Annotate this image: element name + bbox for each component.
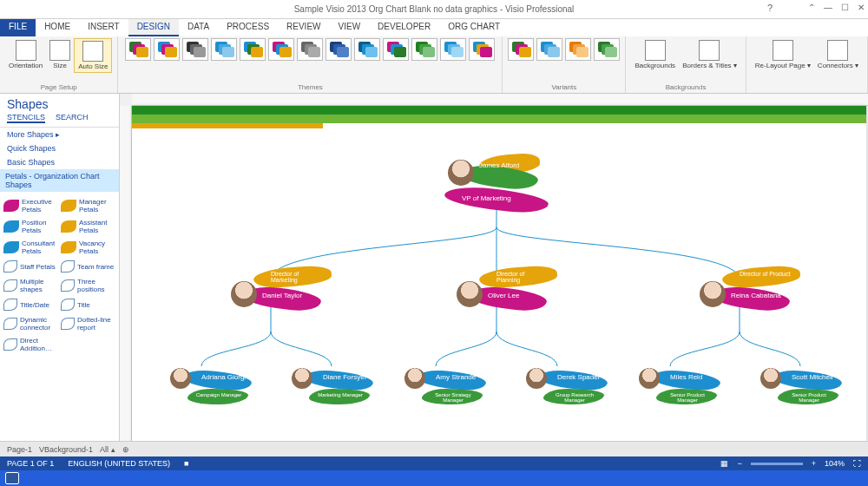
org-node-position[interactable]: Adriana Giorgi Campaign Manager bbox=[167, 366, 253, 406]
org-node-position[interactable]: Amy Strande Senior Strategy Manager bbox=[401, 366, 488, 406]
all-tab[interactable]: All ▴ bbox=[100, 445, 115, 454]
tab-design[interactable]: DESIGN bbox=[128, 19, 179, 36]
theme-swatch[interactable] bbox=[440, 38, 466, 61]
fit-window-icon[interactable]: ⛶ bbox=[853, 459, 861, 468]
stencil-item[interactable]: Manager Petals bbox=[59, 195, 116, 216]
stencil-item[interactable]: Assistant Petals bbox=[59, 216, 116, 237]
theme-swatch[interactable] bbox=[125, 38, 151, 61]
person-name: Diane Forsyth bbox=[323, 373, 366, 381]
ribbon-group-layout: Re-Layout Page ▾ Connectors ▾ bbox=[746, 36, 868, 93]
zoom-out-icon[interactable]: − bbox=[737, 459, 741, 468]
ribbon-toggle-icon[interactable]: ⌃ bbox=[808, 3, 815, 12]
maximize-icon[interactable]: ☐ bbox=[841, 3, 849, 12]
header-bands bbox=[132, 106, 866, 128]
theme-swatch[interactable] bbox=[411, 38, 437, 61]
add-page-icon[interactable]: ⊕ bbox=[122, 445, 129, 454]
tab-developer[interactable]: DEVELOPER bbox=[369, 19, 439, 36]
tab-insert[interactable]: INSERT bbox=[79, 19, 128, 36]
language-indicator[interactable]: ENGLISH (UNITED STATES) bbox=[68, 459, 170, 468]
autosize-button[interactable]: Auto Size bbox=[74, 38, 112, 73]
shapes-tab-stencils[interactable]: STENCILS bbox=[7, 113, 45, 123]
stencil-item[interactable]: Staff Petals bbox=[2, 258, 59, 275]
close-icon[interactable]: ✕ bbox=[858, 3, 865, 12]
theme-swatch[interactable] bbox=[326, 38, 352, 61]
drawing-canvas[interactable]: James Alford VP of Marketing Director of… bbox=[120, 94, 868, 456]
stencil-item[interactable]: Title bbox=[59, 296, 116, 313]
org-node-position[interactable]: Diane Forsyth Marketing Manager bbox=[288, 366, 375, 406]
quick-shapes-link[interactable]: Quick Shapes bbox=[0, 141, 119, 155]
theme-swatch[interactable] bbox=[469, 38, 495, 61]
borders-titles-button[interactable]: Borders & Titles ▾ bbox=[679, 38, 740, 71]
zoom-slider[interactable] bbox=[751, 463, 803, 465]
stencil-item[interactable]: Dotted-line report bbox=[59, 313, 116, 334]
ribbon: Orientation Size Auto Size Page Setup Th… bbox=[0, 36, 868, 94]
theme-swatch[interactable] bbox=[354, 38, 380, 61]
org-node-title[interactable]: VP of Marketing bbox=[444, 189, 549, 213]
org-node-manager[interactable]: Director of Marketing Daniel Taylor bbox=[227, 279, 323, 311]
stencil-item[interactable]: Consultant Petals bbox=[2, 237, 59, 258]
person-name: Miles Reid bbox=[670, 373, 702, 381]
tab-data[interactable]: DATA bbox=[179, 19, 218, 36]
person-title: VP of Marketing bbox=[462, 194, 511, 202]
page-tab[interactable]: Page-1 bbox=[7, 445, 32, 454]
variant-swatch[interactable] bbox=[565, 38, 591, 61]
stencil-item[interactable]: Team frame bbox=[59, 258, 116, 275]
variant-swatch[interactable] bbox=[594, 38, 620, 61]
theme-swatch[interactable] bbox=[182, 38, 208, 61]
theme-gallery[interactable] bbox=[125, 38, 495, 61]
theme-swatch[interactable] bbox=[297, 38, 323, 61]
variant-swatch[interactable] bbox=[508, 38, 534, 61]
stencil-item[interactable]: Dynamic connector bbox=[2, 313, 59, 334]
stencil-item[interactable]: Multiple shapes bbox=[2, 275, 59, 296]
basic-shapes-link[interactable]: Basic Shapes bbox=[0, 155, 119, 169]
tab-orgchart[interactable]: ORG CHART bbox=[439, 19, 509, 36]
stencil-item[interactable]: Three positions bbox=[59, 275, 116, 296]
shapes-tab-search[interactable]: SEARCH bbox=[56, 113, 89, 123]
backgrounds-button[interactable]: Backgrounds bbox=[631, 38, 679, 71]
ribbon-group-backgrounds: Backgrounds Borders & Titles ▾ Backgroun… bbox=[626, 36, 746, 93]
variant-gallery[interactable] bbox=[508, 38, 620, 61]
zoom-level[interactable]: 104% bbox=[825, 459, 845, 468]
theme-swatch[interactable] bbox=[268, 38, 294, 61]
stencil-header[interactable]: Petals - Organization Chart Shapes bbox=[0, 169, 119, 192]
tab-view[interactable]: VIEW bbox=[330, 19, 370, 36]
taskbar-app-icon[interactable] bbox=[5, 472, 19, 484]
tab-process[interactable]: PROCESS bbox=[218, 19, 278, 36]
stencil-item[interactable]: Executive Petals bbox=[2, 195, 59, 216]
org-node-position[interactable]: Derek Spader Group Research Manager bbox=[523, 366, 609, 406]
connectors-button[interactable]: Connectors ▾ bbox=[814, 38, 862, 71]
theme-swatch[interactable] bbox=[240, 38, 266, 61]
stencil-grid: Executive Petals Manager Petals Position… bbox=[0, 192, 119, 358]
stencil-item[interactable]: Vacancy Petals bbox=[59, 237, 116, 258]
document-title: Sample Visio 2013 Org Chart Blank no dat… bbox=[294, 4, 575, 14]
page-surface[interactable]: James Alford VP of Marketing Director of… bbox=[132, 106, 866, 456]
org-node-manager[interactable]: Director of Planning Oliver Lee bbox=[453, 279, 549, 311]
tab-review[interactable]: REVIEW bbox=[278, 19, 329, 36]
tab-file[interactable]: FILE bbox=[0, 19, 36, 36]
record-macro-icon[interactable]: ■ bbox=[184, 459, 188, 468]
more-shapes-link[interactable]: More Shapes ▸ bbox=[0, 128, 119, 141]
view-presentation-icon[interactable]: ▦ bbox=[720, 459, 728, 468]
org-node-position[interactable]: Scott Mitchell Senior Product Manager bbox=[757, 366, 844, 406]
variant-swatch[interactable] bbox=[536, 38, 562, 61]
person-role: Senior Strategy Manager bbox=[427, 392, 479, 403]
stencil-item[interactable]: Title/Date bbox=[2, 296, 59, 313]
tab-home[interactable]: HOME bbox=[36, 19, 79, 36]
org-node-position[interactable]: Miles Reid Senior Product Manager bbox=[635, 366, 722, 406]
zoom-in-icon[interactable]: + bbox=[812, 459, 816, 468]
background-tab[interactable]: VBackground-1 bbox=[39, 445, 93, 454]
org-node-manager[interactable]: Director of Product Reina Cabatana bbox=[696, 279, 792, 311]
theme-swatch[interactable] bbox=[154, 38, 180, 61]
org-node-executive[interactable]: James Alford bbox=[444, 158, 540, 189]
theme-swatch[interactable] bbox=[211, 38, 237, 61]
orientation-button[interactable]: Orientation bbox=[5, 38, 46, 73]
stencil-item[interactable]: Direct Addition… bbox=[2, 334, 59, 355]
help-icon[interactable]: ? bbox=[767, 3, 773, 13]
theme-swatch[interactable] bbox=[383, 38, 409, 61]
person-title: Director of Product bbox=[740, 271, 790, 277]
minimize-icon[interactable]: — bbox=[824, 3, 832, 12]
size-button[interactable]: Size bbox=[46, 38, 74, 73]
stencil-item[interactable]: Position Petals bbox=[2, 216, 59, 237]
person-title: Director of Marketing bbox=[271, 271, 323, 283]
relayout-button[interactable]: Re-Layout Page ▾ bbox=[752, 38, 814, 71]
